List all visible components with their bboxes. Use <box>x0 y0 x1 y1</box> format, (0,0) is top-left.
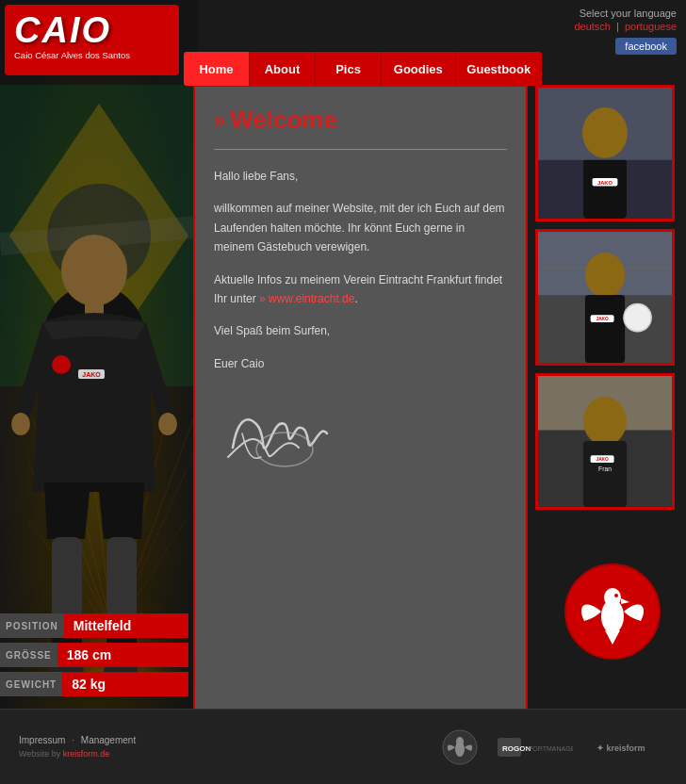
lang-links: deutsch | portuguese <box>574 21 677 32</box>
welcome-p4: Viel Spaß beim Surfen, <box>214 321 507 340</box>
height-value: 186 cm <box>57 643 188 667</box>
svg-point-44 <box>624 304 651 332</box>
position-label: POSITION <box>0 613 64 638</box>
photo-frame-2[interactable]: JAKO <box>535 229 675 366</box>
main-content: » Welcome Hallo liebe Fans, willkommen a… <box>193 85 528 726</box>
photo-frame-3[interactable]: Fran JAKO <box>535 373 675 510</box>
weight-value: 82 kg <box>62 672 188 696</box>
language-selector: Select your language deutsch | portugues… <box>574 8 677 55</box>
club-logo[interactable] <box>564 563 662 662</box>
welcome-p2: willkommen auf meiner Website, mit der i… <box>214 199 507 256</box>
svg-text:SPORTMANAGEMENT: SPORTMANAGEMENT <box>524 745 573 752</box>
kreisform-link[interactable]: kreisform.de <box>63 749 110 759</box>
footer-left: Impressum · Management Website by kreisf… <box>19 735 136 759</box>
navigation: Home About Pics Goodies Guestbook <box>184 52 542 86</box>
welcome-arrows: » <box>214 108 225 133</box>
height-row: GRÖSSE 186 cm <box>0 643 188 667</box>
nav-goodies[interactable]: Goodies <box>382 52 456 86</box>
svg-point-36 <box>582 107 628 158</box>
photo-frame-1[interactable]: JAKO <box>535 85 675 221</box>
welcome-heading: » Welcome <box>214 106 507 135</box>
weight-row: GEWICHT 82 kg <box>0 672 188 696</box>
welcome-title-text: Welcome <box>230 106 337 135</box>
svg-point-61 <box>614 594 618 597</box>
signature <box>214 386 507 481</box>
management-link[interactable]: Management <box>81 735 136 745</box>
right-sidebar: JAKO JAKO <box>535 85 681 517</box>
lang-portuguese[interactable]: portuguese <box>625 21 677 32</box>
svg-rect-32 <box>583 158 627 219</box>
nav-guestbook[interactable]: Guestbook <box>456 52 542 86</box>
svg-rect-42 <box>585 295 625 363</box>
height-label: GRÖSSE <box>0 643 57 667</box>
nav-pics[interactable]: Pics <box>316 52 382 86</box>
position-value: Mittelfeld <box>64 613 188 638</box>
footer-kreisform-icon: ✦ kreisform <box>592 733 667 761</box>
svg-text:JAKO: JAKO <box>597 180 613 186</box>
svg-point-23 <box>52 355 71 374</box>
welcome-p3-suffix: . <box>354 292 357 305</box>
svg-text:Fran: Fran <box>598 466 612 472</box>
svg-text:✦ kreisform: ✦ kreisform <box>596 743 645 753</box>
footer-sep: · <box>72 735 74 745</box>
logo-text: CAIO <box>14 12 111 48</box>
footer-links: Impressum · Management <box>19 735 136 745</box>
position-row: POSITION Mittelfeld <box>0 613 188 638</box>
svg-point-19 <box>11 413 30 435</box>
svg-point-50 <box>583 397 627 446</box>
eintracht-link[interactable]: » www.eintracht.de <box>259 292 354 305</box>
footer-logos: ROGON SPORTMANAGEMENT ✦ kreisform <box>441 728 667 766</box>
impressum-link[interactable]: Impressum <box>19 735 65 745</box>
svg-point-20 <box>158 413 177 435</box>
website-prefix: Website by <box>19 749 63 759</box>
svg-point-41 <box>585 253 625 298</box>
weight-label: GEWICHT <box>0 672 62 696</box>
svg-point-17 <box>61 235 127 306</box>
footer: Impressum · Management Website by kreisf… <box>0 709 686 784</box>
facebook-button[interactable]: facebook <box>615 38 677 55</box>
divider <box>214 149 507 150</box>
nav-about[interactable]: About <box>250 52 316 86</box>
welcome-body: Hallo liebe Fans, willkommen auf meiner … <box>214 167 507 373</box>
welcome-p5: Euer Caio <box>214 354 507 373</box>
footer-rogon-icon: ROGON SPORTMANAGEMENT <box>498 733 573 761</box>
player-stats: POSITION Mittelfeld GRÖSSE 186 cm GEWICH… <box>0 613 188 701</box>
nav-home[interactable]: Home <box>184 52 250 86</box>
svg-rect-51 <box>583 441 627 507</box>
welcome-p3: Aktuelle Infos zu meinem Verein Eintrach… <box>214 270 507 309</box>
svg-text:JAKO: JAKO <box>82 371 101 378</box>
logo: CAIO Caio César Alves dos Santos <box>5 5 179 75</box>
svg-text:JAKO: JAKO <box>596 317 609 321</box>
logo-subtitle: Caio César Alves dos Santos <box>14 50 130 60</box>
footer-website: Website by kreisform.de <box>19 749 136 759</box>
svg-point-59 <box>604 588 621 607</box>
footer-eintracht-icon <box>441 728 479 766</box>
svg-text:JAKO: JAKO <box>596 457 609 462</box>
lang-label: Select your language <box>574 8 677 19</box>
welcome-p3-prefix: Aktuelle Infos zu meinem Verein Eintrach… <box>214 273 502 305</box>
welcome-p1: Hallo liebe Fans, <box>214 167 507 186</box>
svg-point-64 <box>456 737 464 746</box>
lang-deutsch[interactable]: deutsch <box>574 21 611 32</box>
lang-separator: | <box>616 21 619 32</box>
